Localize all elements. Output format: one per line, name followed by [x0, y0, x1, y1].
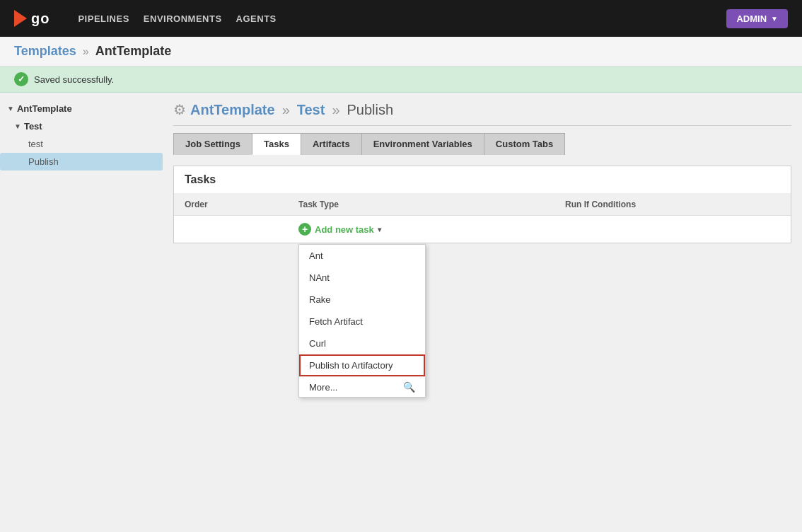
dropdown-item-more[interactable]: More... 🔍: [299, 376, 425, 397]
tab-artifacts[interactable]: Artifacts: [301, 133, 361, 155]
tab-env-vars[interactable]: Environment Variables: [361, 133, 484, 155]
plus-icon: +: [298, 223, 311, 236]
heading-sep1: »: [282, 102, 290, 118]
tasks-table: Order Task Type Run If Conditions + Add …: [174, 194, 791, 243]
sidebar-item-test-job[interactable]: test: [0, 135, 163, 153]
tab-custom-tabs[interactable]: Custom Tabs: [484, 133, 565, 155]
sidebar-label-publish: Publish: [28, 156, 59, 167]
tasks-title: Tasks: [174, 166, 791, 194]
nav-environments[interactable]: ENVIRONMENTS: [144, 13, 222, 24]
add-task-label: Add new task: [315, 224, 374, 235]
top-navigation: go PIPELINES ENVIRONMENTS AGENTS ADMIN: [0, 0, 802, 37]
sidebar-label-test-job: test: [28, 139, 43, 149]
success-bar: ✓ Saved successfully.: [0, 66, 802, 93]
dropdown-item-publish-artifactory[interactable]: Publish to Artifactory: [299, 354, 425, 376]
heading-sep2: »: [332, 102, 339, 118]
add-task-row: + Add new task ▾ Ant NAnt Rake Fetch Art…: [174, 216, 791, 243]
task-type-dropdown: Ant NAnt Rake Fetch Artifact Curl Publis…: [298, 244, 426, 398]
tab-bar: Job Settings Tasks Artifacts Environment…: [173, 133, 791, 155]
dropdown-item-fetch-artifact[interactable]: Fetch Artifact: [299, 311, 425, 332]
dropdown-item-curl[interactable]: Curl: [299, 332, 425, 354]
tasks-section: Tasks Order Task Type Run If Conditions: [173, 166, 791, 243]
tasks-table-header-row: Order Task Type Run If Conditions: [174, 194, 791, 216]
heading-job-name: Publish: [347, 102, 394, 118]
add-task-run-if-cell: [554, 216, 791, 243]
admin-menu-button[interactable]: ADMIN: [726, 9, 788, 28]
search-icon: 🔍: [403, 381, 415, 393]
logo-text: go: [31, 11, 50, 27]
sidebar-label-anttemplate: AntTemplate: [17, 103, 72, 114]
page-heading: ⚙ AntTemplate » Test » Publish: [173, 93, 791, 126]
add-task-cell: + Add new task ▾ Ant NAnt Rake Fetch Art…: [288, 216, 554, 243]
nav-links: PIPELINES ENVIRONMENTS AGENTS: [78, 13, 705, 24]
breadcrumb: Templates » AntTemplate: [14, 44, 171, 58]
col-header-order: Order: [174, 194, 288, 216]
nav-agents[interactable]: AGENTS: [236, 13, 277, 24]
breadcrumb-bar: Templates » AntTemplate: [0, 37, 802, 66]
breadcrumb-templates-link[interactable]: Templates: [14, 44, 76, 58]
sidebar: ▼ AntTemplate ▼ Test test Publish: [0, 93, 163, 532]
breadcrumb-separator: »: [83, 45, 89, 57]
dropdown-arrow-icon: ▾: [378, 226, 381, 233]
dropdown-item-rake[interactable]: Rake: [299, 289, 425, 311]
nav-pipelines[interactable]: PIPELINES: [78, 13, 129, 24]
sidebar-item-test[interactable]: ▼ Test: [0, 117, 163, 135]
sidebar-item-publish[interactable]: Publish: [0, 153, 163, 170]
more-label: More...: [309, 382, 337, 393]
dropdown-item-nant[interactable]: NAnt: [299, 267, 425, 289]
logo-arrow-icon: [14, 10, 27, 27]
success-icon: ✓: [14, 72, 28, 86]
gears-icon: ⚙: [173, 101, 186, 118]
breadcrumb-current: AntTemplate: [95, 44, 172, 58]
col-header-run-if: Run If Conditions: [554, 194, 791, 216]
dropdown-item-ant[interactable]: Ant: [299, 245, 425, 267]
add-task-dropdown-wrapper: + Add new task ▾ Ant NAnt Rake Fetch Art…: [298, 223, 381, 236]
success-message: Saved successfully.: [34, 74, 114, 85]
content-area: ⚙ AntTemplate » Test » Publish Job Setti…: [163, 93, 802, 532]
tab-job-settings[interactable]: Job Settings: [173, 133, 252, 155]
arrow-icon: ▼: [7, 105, 14, 112]
arrow-icon: ▼: [14, 122, 21, 130]
add-new-task-button[interactable]: + Add new task ▾: [298, 223, 381, 236]
heading-stage-link[interactable]: Test: [297, 102, 325, 118]
heading-template-link[interactable]: AntTemplate: [190, 102, 275, 118]
col-header-task-type: Task Type: [288, 194, 554, 216]
main-layout: ▼ AntTemplate ▼ Test test Publish ⚙ AntT…: [0, 93, 802, 532]
add-task-order-cell: [174, 216, 288, 243]
sidebar-label-test: Test: [24, 121, 42, 132]
app-logo: go: [14, 10, 50, 27]
sidebar-item-anttemplate[interactable]: ▼ AntTemplate: [0, 100, 163, 117]
tab-tasks[interactable]: Tasks: [252, 133, 301, 155]
